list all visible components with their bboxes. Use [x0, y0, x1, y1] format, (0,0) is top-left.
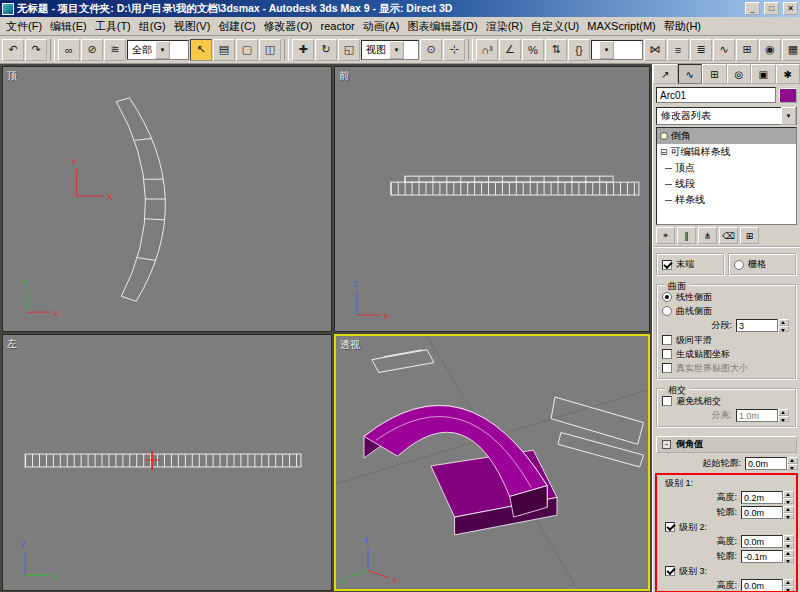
tab-modify-icon[interactable]: ∿ [678, 64, 703, 84]
level3-height-input[interactable] [741, 579, 783, 592]
level1-outline-spinner[interactable] [783, 506, 794, 519]
menu-rendering[interactable]: 渲染(R) [482, 18, 527, 35]
stack-item-vertex[interactable]: 顶点 [657, 160, 796, 176]
smooth-across-levels-checkbox[interactable] [662, 335, 672, 345]
linear-sides-radio[interactable] [662, 292, 672, 302]
unlink-selection-button[interactable]: ⊘ [81, 39, 103, 61]
pin-stack-button[interactable]: ⌖ [656, 227, 675, 244]
tab-hierarchy-icon[interactable]: ⊞ [702, 64, 727, 84]
selection-filter-dropdown[interactable]: 全部 ▼ [127, 40, 189, 60]
menu-maxscript[interactable]: MAXScript(M) [583, 19, 659, 33]
viewport-top-label[interactable]: 顶 [7, 69, 17, 83]
keep-lines-from-crossing-checkbox[interactable] [662, 396, 672, 406]
segments-spinner[interactable] [778, 319, 789, 332]
menu-help[interactable]: 帮助(H) [660, 18, 705, 35]
align-button[interactable]: ≡ [667, 39, 689, 61]
object-color-swatch[interactable] [779, 88, 797, 103]
separation-input[interactable] [736, 409, 778, 422]
named-selection-sets-button[interactable]: {} [568, 39, 590, 61]
select-and-manipulate-button[interactable]: ⊹ [443, 39, 465, 61]
use-pivot-center-button[interactable]: ⊙ [420, 39, 442, 61]
make-unique-button[interactable]: ⋔ [698, 227, 717, 244]
spinner-snap-button[interactable]: ⇅ [545, 39, 567, 61]
level3-checkbox[interactable] [665, 566, 675, 576]
segments-input[interactable] [736, 319, 778, 332]
menu-tools[interactable]: 工具(T) [91, 18, 135, 35]
cap-end-checkbox[interactable] [662, 260, 672, 270]
menu-animation[interactable]: 动画(A) [359, 18, 404, 35]
stack-item-spline[interactable]: 样条线 [657, 192, 796, 208]
curved-sides-radio[interactable] [662, 306, 672, 316]
viewport-perspective[interactable]: 透视 [334, 334, 650, 591]
bind-to-space-warp-button[interactable]: ≋ [104, 39, 126, 61]
menu-create[interactable]: 创建(C) [214, 18, 259, 35]
level1-height-spinner[interactable] [783, 491, 794, 504]
tab-motion-icon[interactable]: ◎ [727, 64, 752, 84]
tab-utilities-icon[interactable]: ✱ [776, 64, 800, 84]
start-outline-spinner[interactable] [787, 457, 798, 470]
reference-coordinate-dropdown[interactable]: 视图 ▼ [361, 40, 419, 60]
start-outline-input[interactable] [745, 457, 787, 470]
mirror-button[interactable]: ⋈ [644, 39, 666, 61]
menu-edit[interactable]: 编辑(E) [46, 18, 91, 35]
named-selection-dropdown[interactable]: ▼ [591, 40, 643, 60]
remove-modifier-button[interactable]: ⌫ [719, 227, 738, 244]
select-and-scale-button[interactable]: ◱ [338, 39, 360, 61]
level2-outline-input[interactable] [741, 550, 783, 563]
menu-modifiers[interactable]: 修改器(O) [260, 18, 317, 35]
render-scene-button[interactable]: ▦ [782, 39, 800, 61]
level2-height-spinner[interactable] [783, 535, 794, 548]
level1-height-input[interactable] [741, 491, 783, 504]
stack-item-editable-spline[interactable]: ⊟ 可编辑样条线 [657, 144, 796, 160]
minimize-button[interactable]: _ [745, 2, 760, 15]
angle-snap-button[interactable]: ∠ [499, 39, 521, 61]
cap-grid-radio[interactable] [734, 260, 744, 270]
real-world-map-size-checkbox[interactable] [662, 363, 672, 373]
arc-left-wireframe[interactable] [25, 451, 301, 470]
menu-customize[interactable]: 自定义(U) [527, 18, 583, 35]
configure-modifier-sets-button[interactable]: ⊞ [740, 227, 759, 244]
dropdown-arrow-icon[interactable]: ▼ [781, 107, 796, 125]
viewport-top[interactable]: 顶 Y [2, 66, 332, 332]
level1-outline-input[interactable] [741, 506, 783, 519]
object-name-field[interactable] [656, 87, 776, 103]
modifier-bulb-icon[interactable] [660, 132, 668, 140]
viewport-perspective-label[interactable]: 透视 [340, 338, 360, 352]
show-end-result-button[interactable]: ∥ [677, 227, 696, 244]
dropdown-arrow-icon[interactable]: ▼ [389, 41, 404, 59]
select-object-button[interactable]: ↖ [190, 39, 212, 61]
snap-toggle-3d-button[interactable]: ∩³ [476, 39, 498, 61]
level2-checkbox[interactable] [665, 522, 675, 532]
dropdown-arrow-icon[interactable]: ▼ [599, 41, 614, 59]
menu-file[interactable]: 文件(F) [2, 18, 46, 35]
window-crossing-button[interactable]: ◫ [259, 39, 281, 61]
bevel-arc-object[interactable] [364, 405, 557, 534]
level3-height-spinner[interactable] [783, 579, 794, 592]
material-editor-button[interactable]: ◉ [759, 39, 781, 61]
tab-display-icon[interactable]: ▣ [751, 64, 776, 84]
menu-reactor[interactable]: reactor [317, 19, 359, 33]
menu-views[interactable]: 视图(V) [170, 18, 215, 35]
curve-editor-button[interactable]: ∿ [713, 39, 735, 61]
rect-selection-region-button[interactable]: ▢ [236, 39, 258, 61]
select-and-link-button[interactable]: ∞ [58, 39, 80, 61]
expand-icon[interactable]: ⊟ [660, 147, 668, 157]
layer-manager-button[interactable]: ≣ [690, 39, 712, 61]
schematic-view-button[interactable]: ⊞ [736, 39, 758, 61]
generate-mapping-coords-checkbox[interactable] [662, 349, 672, 359]
dropdown-arrow-icon[interactable]: ▼ [155, 41, 170, 59]
level2-height-input[interactable] [741, 535, 783, 548]
stack-item-bevel[interactable]: 倒角 [657, 128, 796, 144]
maximize-button[interactable]: □ [764, 2, 779, 15]
viewport-left[interactable]: 左 z y [2, 334, 332, 591]
viewport-front[interactable]: 前 z x [334, 66, 650, 332]
redo-button[interactable]: ↷ [25, 39, 47, 61]
select-by-name-button[interactable]: ▤ [213, 39, 235, 61]
stack-item-segment[interactable]: 线段 [657, 176, 796, 192]
arc-front-wireframe[interactable] [391, 176, 639, 195]
level2-outline-spinner[interactable] [783, 550, 794, 563]
menu-group[interactable]: 组(G) [135, 18, 170, 35]
viewport-left-label[interactable]: 左 [7, 337, 17, 351]
percent-snap-button[interactable]: % [522, 39, 544, 61]
undo-button[interactable]: ↶ [2, 39, 24, 61]
